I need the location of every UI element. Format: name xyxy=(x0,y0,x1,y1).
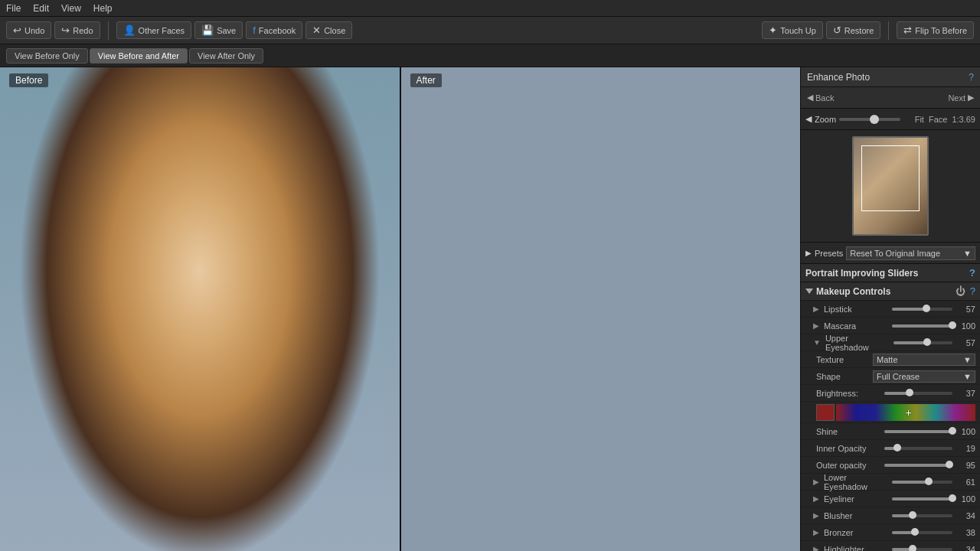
blusher-fill xyxy=(892,514,913,517)
mascara-row: ▶ Mascara 100 xyxy=(801,318,980,334)
upper-eyeshadow-value: 57 xyxy=(956,338,975,347)
brightness-value: 37 xyxy=(956,389,975,398)
upper-eyeshadow-fill xyxy=(893,341,927,344)
lipstick-value: 57 xyxy=(956,305,975,314)
upper-eyeshadow-expand-icon[interactable]: ▼ xyxy=(813,338,821,347)
bronzer-slider[interactable] xyxy=(892,531,952,534)
zoom-left-arrow[interactable]: ◀ xyxy=(805,114,812,124)
outer-opacity-row: Outer opacity 95 xyxy=(801,457,980,474)
menu-help[interactable]: Help xyxy=(93,3,113,14)
menu-bar: File Edit View Help xyxy=(0,0,980,17)
after-panel: After xyxy=(400,67,801,551)
zoom-fit[interactable]: Fit xyxy=(915,115,924,124)
shine-row: Shine 100 xyxy=(801,423,980,440)
redo-button[interactable]: ↪ Redo xyxy=(54,21,100,39)
restore-button[interactable]: ↺ Restore xyxy=(826,21,881,39)
faces-icon: 👤 xyxy=(123,24,136,36)
highlighter-row: ▶ Highlighter 34 xyxy=(801,541,980,551)
lower-eyeshadow-thumb xyxy=(925,478,933,485)
highlighter-expand-icon[interactable]: ▶ xyxy=(813,545,819,551)
blusher-row: ▶ Blusher 34 xyxy=(801,507,980,524)
zoom-slider[interactable] xyxy=(839,118,900,121)
upper-eyeshadow-slider[interactable] xyxy=(893,341,952,344)
color-swatch[interactable] xyxy=(816,404,835,421)
shape-dropdown[interactable]: Full Crease ▼ xyxy=(873,370,975,383)
touch-up-button[interactable]: ✦ Touch Up xyxy=(762,21,822,39)
highlighter-thumb xyxy=(909,545,916,552)
zoom-thumb xyxy=(870,115,879,124)
lipstick-slider[interactable] xyxy=(892,308,952,311)
texture-dropdown[interactable]: Matte ▼ xyxy=(873,354,975,366)
view-after-only[interactable]: View After Only xyxy=(189,48,263,64)
zoom-value: 1:3.69 xyxy=(952,115,975,124)
lipstick-label: Lipstick xyxy=(824,305,889,314)
mascara-slider[interactable] xyxy=(892,324,952,328)
shine-slider[interactable] xyxy=(884,430,952,433)
portrait-section-header: Portrait Improving Sliders ? xyxy=(801,264,980,282)
undo-button[interactable]: ↩ Undo xyxy=(6,21,51,39)
shape-dropdown-arrow: ▼ xyxy=(963,372,972,381)
view-before-after[interactable]: View Before and After xyxy=(90,48,188,64)
shape-row: Shape Full Crease ▼ xyxy=(801,368,980,385)
inner-opacity-fill xyxy=(884,447,897,450)
ep-title: Enhance Photo xyxy=(807,72,870,83)
mascara-expand-icon[interactable]: ▶ xyxy=(813,321,819,330)
eyeliner-slider[interactable] xyxy=(892,497,952,500)
outer-opacity-fill xyxy=(884,464,949,467)
thumb-highlight xyxy=(861,145,920,211)
lipstick-expand-icon[interactable]: ▶ xyxy=(813,305,819,313)
mascara-fill xyxy=(892,324,952,328)
after-photo xyxy=(401,67,801,551)
outer-opacity-slider[interactable] xyxy=(884,464,952,467)
flip-icon: ⇄ xyxy=(903,24,912,36)
zoom-face[interactable]: Face xyxy=(929,115,947,124)
menu-view[interactable]: View xyxy=(61,3,81,14)
facebook-button[interactable]: f Facebook xyxy=(246,21,302,39)
sep1 xyxy=(108,21,109,40)
back-button[interactable]: ◀ Back xyxy=(807,93,834,103)
redo-icon: ↪ xyxy=(61,24,70,36)
color-gradient[interactable]: + xyxy=(836,404,975,421)
lower-eyeshadow-expand-icon[interactable]: ▶ xyxy=(813,478,819,486)
image-area: Before After xyxy=(0,67,800,551)
upper-eyeshadow-row: ▼ Upper Eyeshadow 57 xyxy=(801,334,980,351)
presets-dropdown[interactable]: Reset To Original Image ▼ xyxy=(846,246,975,260)
blusher-slider[interactable] xyxy=(892,514,952,517)
lipstick-fill xyxy=(892,308,926,311)
makeup-group-header[interactable]: Makeup Controls ⏻ ? xyxy=(801,282,980,301)
menu-file[interactable]: File xyxy=(6,3,21,14)
texture-row: Texture Matte ▼ xyxy=(801,351,980,368)
makeup-help-icon[interactable]: ? xyxy=(970,285,975,297)
save-button[interactable]: 💾 Save xyxy=(194,21,243,39)
makeup-power-icon[interactable]: ⏻ xyxy=(956,285,965,297)
view-before-only[interactable]: View Before Only xyxy=(6,48,88,64)
blusher-thumb xyxy=(909,511,916,519)
menu-edit[interactable]: Edit xyxy=(33,3,49,14)
touchup-icon: ✦ xyxy=(769,24,777,36)
other-faces-button[interactable]: 👤 Other Faces xyxy=(116,21,192,39)
close-button[interactable]: ✕ Close xyxy=(305,21,352,39)
highlighter-slider[interactable] xyxy=(892,548,952,551)
flip-button[interactable]: ⇄ Flip To Before xyxy=(897,21,974,39)
brightness-slider[interactable] xyxy=(884,392,952,395)
shape-label: Shape xyxy=(816,372,870,381)
toolbar: ↩ Undo ↪ Redo 👤 Other Faces 💾 Save f Fac… xyxy=(0,17,980,44)
brightness-fill xyxy=(884,392,910,395)
inner-opacity-slider[interactable] xyxy=(884,447,952,450)
bronzer-thumb xyxy=(911,528,919,536)
highlighter-label: Highlighter xyxy=(824,545,889,552)
portrait-thumbnail[interactable] xyxy=(852,136,929,236)
eyeliner-label: Eyeliner xyxy=(824,494,889,504)
outer-opacity-thumb xyxy=(946,461,953,468)
mascara-label: Mascara xyxy=(824,321,889,331)
texture-label: Texture xyxy=(816,355,870,364)
blusher-expand-icon[interactable]: ▶ xyxy=(813,511,819,520)
bronzer-expand-icon[interactable]: ▶ xyxy=(813,528,819,536)
shine-value: 100 xyxy=(956,427,975,436)
lower-eyeshadow-slider[interactable] xyxy=(892,481,952,484)
eyeliner-expand-icon[interactable]: ▶ xyxy=(813,494,819,503)
ep-help-icon[interactable]: ? xyxy=(969,72,974,83)
portrait-help-icon[interactable]: ? xyxy=(969,267,975,279)
eyeliner-thumb xyxy=(949,494,956,502)
next-button[interactable]: Next ▶ xyxy=(948,93,974,103)
